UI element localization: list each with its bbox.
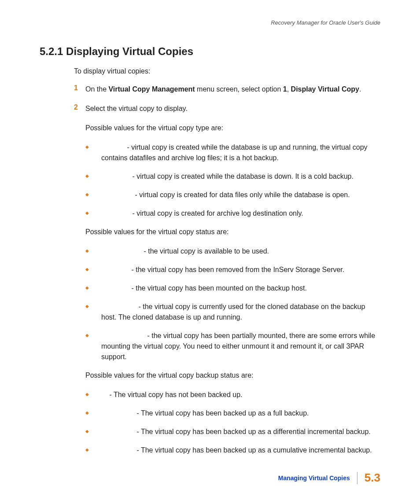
bullet-text: - virtual copy is created while the data…	[97, 142, 380, 163]
text: On the	[85, 85, 108, 93]
running-header: Recovery Manager for Oracle User's Guide	[40, 19, 380, 26]
footer-page-number: 5.3	[365, 471, 380, 485]
page-footer: Managing Virtual Copies 5.3	[278, 471, 380, 485]
bullet-description: - virtual copy is created for data files…	[133, 191, 350, 199]
text: .	[359, 85, 361, 93]
diamond-bullet-icon: ◆	[85, 142, 97, 163]
bullet-text: - The virtual copy has been backed up as…	[97, 445, 372, 456]
bullet-description: - the virtual copy has been partially mo…	[101, 332, 375, 361]
type-intro: Possible values for the virtual copy typ…	[85, 123, 380, 133]
bullet-text: - virtual copy is created for archive lo…	[97, 208, 303, 219]
bold-text: 1	[283, 85, 287, 93]
footer-section-title: Managing Virtual Copies	[278, 475, 357, 482]
bullet-description: - the virtual copy is currently used for…	[101, 303, 365, 321]
bold-text: Virtual Copy Management	[108, 85, 195, 93]
bullet-text: - the virtual copy has been partially mo…	[97, 331, 380, 362]
step-2: 2 Select the virtual copy to display.	[74, 103, 380, 114]
bullet-text: - The virtual copy has not been backed u…	[97, 390, 243, 400]
backup-bullet-list: ◆ - The virtual copy has not been backed…	[40, 390, 380, 456]
section-heading: 5.2.1 Displaying Virtual Copies	[40, 45, 380, 58]
step-number: 1	[74, 84, 85, 95]
bullet-text: - The virtual copy has been backed up as…	[97, 408, 309, 419]
diamond-bullet-icon: ◆	[85, 283, 97, 294]
bullet-text: - the virtual copy is currently used for…	[97, 302, 380, 323]
diamond-bullet-icon: ◆	[85, 427, 97, 437]
status-intro: Possible values for the virtual copy sta…	[85, 227, 380, 237]
bullet-item: ◆ - the virtual copy is currently used f…	[85, 302, 380, 323]
text: menu screen, select option	[195, 85, 283, 93]
bullet-description: - virtual copy is created while the data…	[101, 143, 368, 162]
diamond-bullet-icon: ◆	[85, 171, 97, 182]
bullet-description: - The virtual copy has been backed up as…	[135, 428, 371, 435]
diamond-bullet-icon: ◆	[85, 445, 97, 456]
bullet-item: ◆ - The virtual copy has been backed up …	[85, 445, 380, 456]
bold-text: Display Virtual Copy	[291, 85, 359, 93]
step-1: 1 On the Virtual Copy Management menu sc…	[74, 84, 380, 95]
bullet-item: ◆ - virtual copy is created while the da…	[85, 171, 380, 182]
bullet-text: - virtual copy is created while the data…	[97, 171, 354, 182]
bullet-description: - virtual copy is created for archive lo…	[130, 210, 303, 217]
bullet-item: ◆ - The virtual copy has not been backed…	[85, 390, 380, 400]
bullet-item: ◆ - the virtual copy has been partially …	[85, 331, 380, 362]
bullet-description: - The virtual copy has been backed up as…	[135, 409, 309, 417]
bullet-text: - the virtual copy has been removed from…	[97, 265, 344, 275]
bullet-text: - virtual copy is created for data files…	[97, 190, 350, 200]
diamond-bullet-icon: ◆	[85, 302, 97, 323]
bullet-description: - the virtual copy has been removed from…	[129, 266, 344, 273]
diamond-bullet-icon: ◆	[85, 331, 97, 362]
bullet-item: ◆ - virtual copy is created while the da…	[85, 142, 380, 163]
step-number: 2	[74, 103, 85, 114]
bullet-text: - the virtual copy is available to be us…	[97, 246, 269, 257]
diamond-bullet-icon: ◆	[85, 246, 97, 257]
bullet-description: - the virtual copy is available to be us…	[142, 247, 269, 255]
intro-text: To display virtual copies:	[74, 67, 380, 75]
status-bullet-list: ◆ - the virtual copy is available to be …	[40, 246, 380, 362]
bullet-description: - The virtual copy has been backed up as…	[135, 446, 372, 454]
diamond-bullet-icon: ◆	[85, 190, 97, 200]
bullet-text: - the virtual copy has been mounted on t…	[97, 283, 307, 294]
step-body: Select the virtual copy to display.	[85, 103, 188, 114]
bullet-item: ◆ - the virtual copy is available to be …	[85, 246, 380, 257]
diamond-bullet-icon: ◆	[85, 408, 97, 419]
bullet-description: - virtual copy is created while the data…	[130, 173, 354, 180]
bullet-description: - the virtual copy has been mounted on t…	[129, 284, 307, 292]
bullet-text: - The virtual copy has been backed up as…	[97, 427, 371, 437]
type-bullet-list: ◆ - virtual copy is created while the da…	[40, 142, 380, 219]
step-body: On the Virtual Copy Management menu scre…	[85, 84, 361, 95]
bullet-item: ◆ - virtual copy is created for data fil…	[85, 190, 380, 200]
diamond-bullet-icon: ◆	[85, 265, 97, 275]
bullet-item: ◆ - virtual copy is created for archive …	[85, 208, 380, 219]
bullet-item: ◆ - The virtual copy has been backed up …	[85, 408, 380, 419]
document-page: Recovery Manager for Oracle User's Guide…	[0, 0, 420, 456]
bullet-item: ◆ - the virtual copy has been removed fr…	[85, 265, 380, 275]
footer-separator	[357, 472, 357, 484]
text: ,	[287, 85, 291, 93]
diamond-bullet-icon: ◆	[85, 390, 97, 400]
bullet-item: ◆ - the virtual copy has been mounted on…	[85, 283, 380, 294]
diamond-bullet-icon: ◆	[85, 208, 97, 219]
bullet-item: ◆ - The virtual copy has been backed up …	[85, 427, 380, 437]
backup-intro: Possible values for the virtual copy bac…	[85, 370, 380, 381]
bullet-description: - The virtual copy has not been backed u…	[107, 391, 243, 398]
